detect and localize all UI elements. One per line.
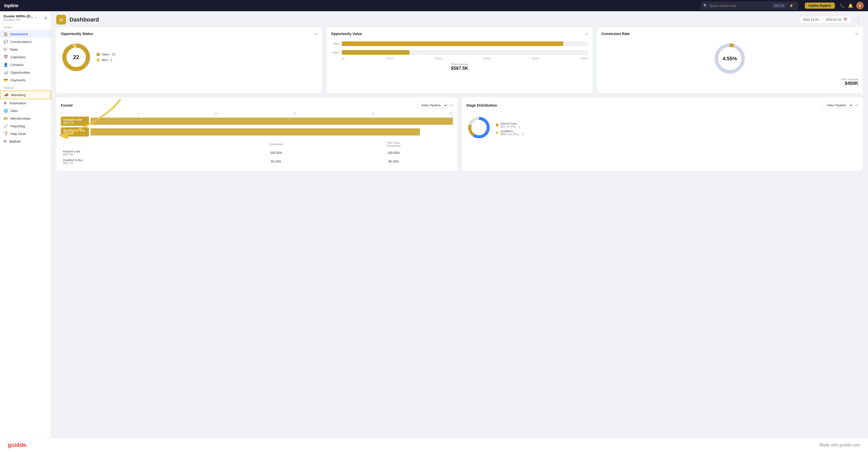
legend-open-dot <box>97 53 100 56</box>
sidebar-item-payments[interactable]: 💳 Payments <box>0 76 51 84</box>
funnel-table: Cumulative Next StepConversion Inbound L… <box>61 140 453 166</box>
helpdesk-label: Help Desk <box>10 132 26 136</box>
page-title: Dashboard <box>69 17 99 23</box>
funnel-col-stage <box>61 140 217 148</box>
reporting-icon: 📈 <box>4 124 8 128</box>
search-bar[interactable]: 🔍 Quick search here Ctrl + K ⚡ <box>701 2 798 9</box>
sidebar-item-conversations[interactable]: 💬 Conversations <box>0 38 51 46</box>
calendars-label: Calendars <box>10 55 26 59</box>
sidebar-item-tasks[interactable]: ☑ Tasks <box>0 46 51 53</box>
bar-row-open: Open <box>331 50 588 55</box>
sites-label: Sites <box>10 109 18 113</box>
sidebar-item-automation[interactable]: ⚙ Automation <box>0 99 51 107</box>
nav-icons: 📞 🔔 U <box>840 2 864 9</box>
conversion-container: 4.55% Won revenue $450K <box>601 39 858 89</box>
support-button[interactable]: topline Support <box>805 3 835 9</box>
workspace-selector[interactable]: Dunder Mifflin [D... Scranton, PA ▾ ⊞ <box>0 11 51 24</box>
funnel-row-inbound: Inbound Lead$587.5K 100.00% 100.00% <box>61 149 453 157</box>
funnel-label-inbound: Inbound Lead $587.5K <box>61 117 89 126</box>
legend-open: Open - 21 <box>97 53 115 56</box>
bar-open-track <box>342 50 588 55</box>
axis-500k: $500K <box>581 57 588 60</box>
bottom-bar: guidde. Made with guidde.com <box>0 438 868 452</box>
dashboard-header: ⊞ Dashboard 2023-12-23 → 2024-01-22 📅 ⋮ <box>51 11 868 27</box>
payments-label: Payments <box>10 78 25 82</box>
opp-status-filter-icon[interactable]: ⇄ <box>315 32 318 36</box>
dashboard-icon-btn[interactable]: ⊞ <box>56 15 66 25</box>
stage-legend-qualified: Qualified t... $60K (14.29%) - 3 <box>496 130 523 136</box>
sidebar-item-memberships[interactable]: 🎫 Memberships <box>0 115 51 122</box>
dashboard-icon: 🏠 <box>4 32 8 36</box>
legend-won-dot <box>97 59 100 62</box>
funnel-cell-qualified-label: Qualified to Buy$582.5K <box>61 157 217 165</box>
bar-open-label: Open <box>331 51 339 54</box>
funnel-filter-icon[interactable]: ⇄ <box>450 103 453 108</box>
date-end: 2024-01-22 <box>826 18 841 22</box>
bell-icon[interactable]: 🔔 <box>848 3 853 8</box>
donut-center-value: 22 <box>73 54 79 61</box>
search-icon: 🔍 <box>704 4 707 7</box>
funnel-fill-qualified <box>91 128 420 135</box>
lightning-btn[interactable]: ⚡ <box>787 2 795 9</box>
date-range-picker[interactable]: 2023-12-23 → 2024-01-22 📅 <box>800 16 850 23</box>
sidebar-item-reporting[interactable]: 📈 Reporting <box>0 122 51 130</box>
opportunities-icon: 📊 <box>4 70 8 74</box>
sidebar-item-mailfold[interactable]: ✉ Mailfold <box>0 138 51 145</box>
workspace-sub: Scranton, PA <box>4 18 33 21</box>
conversations-icon: 💬 <box>4 40 8 44</box>
sidebar-item-marketing[interactable]: 📣 Marketing <box>0 91 51 99</box>
axis-300k: $300K <box>483 57 491 60</box>
main-layout: Dunder Mifflin [D... Scranton, PA ▾ ⊞ Ap… <box>0 11 868 438</box>
bottom-cards-row: Funnel Sales Pipeline ⇄ 0 5 10 15 <box>56 97 863 171</box>
funnel-axis: 0 5 10 15 20 25 <box>61 112 453 117</box>
opp-value-filter-icon[interactable]: ⇄ <box>585 32 588 36</box>
donut-legend: Open - 21 Won - 1 <box>97 53 115 62</box>
stage-dist-select[interactable]: Sales Pipeline <box>823 102 853 109</box>
funnel-cell-inbound-label: Inbound Lead$587.5K <box>61 149 217 157</box>
conversion-summary: Won revenue $450K <box>842 78 858 86</box>
main-content: ⊞ Dashboard 2023-12-23 → 2024-01-22 📅 ⋮ … <box>51 11 868 438</box>
memberships-icon: 🎫 <box>4 116 8 120</box>
sidebar-collapse-btn[interactable]: ⊞ <box>44 16 47 20</box>
tasks-icon: ☑ <box>4 47 7 51</box>
funnel-cell-inbound-cum: 100.00% <box>218 149 334 157</box>
payments-icon: 💳 <box>4 78 8 82</box>
sidebar-item-opportunities[interactable]: 📊 Opportunities <box>0 68 51 76</box>
funnel-pipeline-select[interactable]: Sales Pipeline <box>417 102 448 109</box>
funnel-cell-qualified-cum: 95.24% <box>218 157 334 165</box>
bar-summary-value: $587.5K <box>331 66 588 71</box>
sidebar-item-sites[interactable]: 🌐 Sites <box>0 107 51 115</box>
funnel-col-next-step: Next StepConversion <box>335 140 453 148</box>
calendar-icon: 📅 <box>843 18 847 22</box>
workspace-name: Dunder Mifflin [D... <box>4 14 33 18</box>
funnel-cell-inbound-next: 100.00% <box>335 149 453 157</box>
mailfold-label: Mailfold <box>9 140 21 144</box>
stage-dot-qualified <box>496 131 498 134</box>
bar-won-fill <box>342 41 563 46</box>
funnel-col-cumulative: Cumulative <box>218 140 334 148</box>
automation-icon: ⚙ <box>4 101 7 105</box>
user-avatar[interactable]: U <box>856 2 864 9</box>
dashboard-label: Dashboard <box>10 32 28 36</box>
sidebar-item-calendars[interactable]: 📅 Calendars <box>0 53 51 61</box>
opportunity-value-card: Opportunity Value ⇄ Won <box>327 27 592 93</box>
more-options-btn[interactable]: ⋮ <box>854 16 863 24</box>
date-start: 2023-12-23 <box>803 18 818 22</box>
sidebar-item-helpdesk[interactable]: ❓ Help Desk <box>0 130 51 138</box>
dashboard-grid: Opportunity Status ⇄ 22 <box>51 27 868 438</box>
sidebar-item-contacts[interactable]: 👤 Contacts <box>0 61 51 68</box>
stage-dist-filter-icon[interactable]: ⇄ <box>855 103 858 108</box>
sites-icon: 🌐 <box>4 109 8 113</box>
conversion-filter-icon[interactable]: ⇄ <box>855 32 858 36</box>
reporting-label: Reporting <box>10 124 25 128</box>
bar-axis: $0 $100K $200K $300K $400K $500K <box>331 57 588 60</box>
axis-200k: $200K <box>435 57 442 60</box>
funnel-fill-inbound <box>91 118 453 125</box>
marketing-icon: 📣 <box>4 93 8 97</box>
stage-dist-svg <box>466 115 492 140</box>
stage-dist-body: Inbound Lea... $5K (4.76%) - 1 Qualified… <box>466 112 858 143</box>
phone-icon[interactable]: 📞 <box>840 3 845 8</box>
stage-dot-inbound <box>496 124 498 126</box>
sidebar-item-dashboard[interactable]: 🏠 Dashboard <box>0 30 51 38</box>
bar-won-track <box>342 41 588 46</box>
